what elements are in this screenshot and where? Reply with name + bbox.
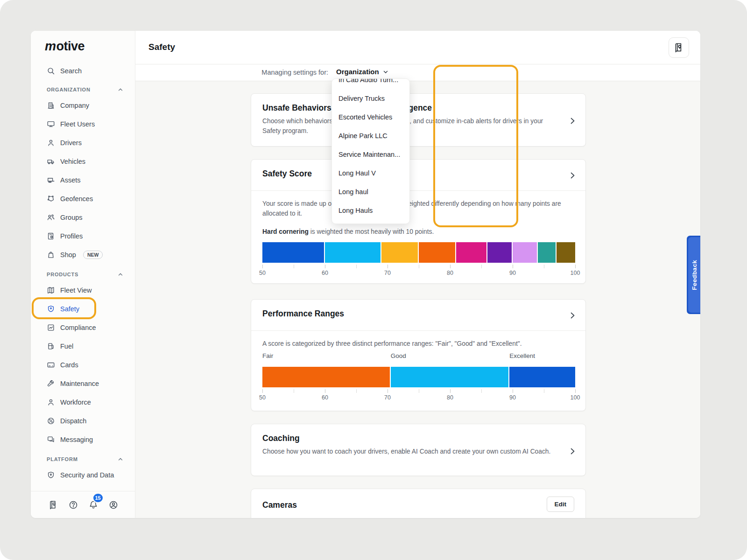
sidebar-item-groups[interactable]: Groups <box>31 208 135 227</box>
scale-segment <box>262 242 325 263</box>
axis-tick <box>544 389 544 393</box>
shield-lock-icon <box>47 471 55 479</box>
shopping-bag-icon <box>47 251 55 259</box>
guide-button[interactable] <box>47 498 60 511</box>
chat-icon <box>47 435 55 444</box>
guide-panel-button[interactable] <box>669 37 689 58</box>
people-icon <box>47 213 55 222</box>
organization-dropdown-trigger[interactable]: Organization <box>336 68 389 76</box>
axis-tick <box>481 389 482 393</box>
axis-tick <box>575 265 576 268</box>
dropdown-item[interactable]: Long haul <box>332 182 409 201</box>
guide-book-pin-icon <box>673 42 684 53</box>
profile-card-icon <box>47 232 55 240</box>
main-area: Safety Managing settings for: Organizati… <box>135 31 700 518</box>
chevron-right-icon[interactable] <box>568 447 577 456</box>
scale-segment <box>509 367 575 387</box>
feedback-tab[interactable]: Feedback <box>687 236 700 314</box>
dispatch-icon <box>47 417 55 425</box>
sidebar-item-shop[interactable]: Shop NEW <box>31 245 135 264</box>
screenshot-frame: mmotiveotive Search ORGANIZATION Company… <box>0 0 747 560</box>
help-button[interactable] <box>67 498 80 511</box>
edit-cameras-button[interactable]: Edit <box>547 497 575 512</box>
coaching-card[interactable]: Coaching Choose how you want to coach yo… <box>251 424 586 476</box>
sidebar-item-fuel[interactable]: Fuel <box>31 337 135 356</box>
safety-score-card[interactable]: Safety Score Your score is made up of un… <box>251 159 586 284</box>
sidebar-item-assets[interactable]: Assets <box>31 171 135 189</box>
scale-segment <box>381 242 419 263</box>
dropdown-item[interactable]: Long Haul V <box>332 164 409 182</box>
dropdown-item[interactable]: Delivery Trucks <box>332 89 409 108</box>
sidebar-section-organization[interactable]: ORGANIZATION <box>31 79 135 96</box>
sidebar-item-vehicles[interactable]: Vehicles <box>31 152 135 171</box>
scale-segment <box>538 242 557 263</box>
sidebar-item-maintenance[interactable]: Maintenance <box>31 374 135 393</box>
sidebar-item-fleet-users[interactable]: Fleet Users <box>31 115 135 133</box>
sidebar-item-cards[interactable]: Cards <box>31 356 135 374</box>
axis-tick <box>388 389 388 393</box>
notifications-button[interactable]: 15 <box>87 498 100 511</box>
axis-tick <box>356 265 357 268</box>
sidebar-item-compliance[interactable]: Compliance <box>31 318 135 337</box>
weight-note: Hard cornering is weighted the most heav… <box>262 228 434 235</box>
axis-tick <box>419 389 419 393</box>
managing-settings-bar: Managing settings for: Organization <box>135 64 700 81</box>
truck-icon <box>47 157 55 166</box>
sidebar-item-messaging[interactable]: Messaging <box>31 430 135 449</box>
sidebar-item-drivers[interactable]: Drivers <box>31 133 135 152</box>
axis-tick <box>481 265 482 268</box>
performance-ranges-card[interactable]: Performance Ranges A score is categorize… <box>251 299 586 411</box>
chevron-right-icon[interactable] <box>568 311 577 320</box>
scale-segment <box>557 242 575 263</box>
sidebar-item-dispatch[interactable]: Dispatch <box>31 412 135 430</box>
sidebar-item-profiles[interactable]: Profiles <box>31 227 135 245</box>
sidebar: mmotiveotive Search ORGANIZATION Company… <box>31 31 135 518</box>
unsafe-behaviors-card[interactable]: Unsafe Behaviors and Accident Intelligen… <box>251 93 586 147</box>
divider <box>251 190 585 191</box>
axis-tick-label: 60 <box>322 394 328 401</box>
chevron-right-icon[interactable] <box>568 116 577 126</box>
motive-logo: mmotiveotive <box>45 39 85 54</box>
chevron-down-icon <box>382 69 389 75</box>
axis-tick-label: 70 <box>384 270 391 276</box>
scale-segment <box>513 242 538 263</box>
dropdown-item[interactable]: Service Maintenan... <box>332 145 409 164</box>
person-icon <box>47 398 55 406</box>
sidebar-section-products[interactable]: PRODUCTS <box>31 264 135 281</box>
account-button[interactable] <box>107 498 120 511</box>
sidebar-item-workforce[interactable]: Workforce <box>31 393 135 412</box>
ranges-description: A score is categorized by three distinct… <box>262 339 571 349</box>
monitor-icon <box>47 120 55 128</box>
sidebar-item-label: Search <box>60 67 82 75</box>
polygon-icon <box>47 195 55 203</box>
settings-content: Unsafe Behaviors and Accident Intelligen… <box>135 81 700 518</box>
notification-count-badge: 15 <box>92 493 104 503</box>
sidebar-item-geofences[interactable]: Geofences <box>31 189 135 208</box>
dropdown-item[interactable]: Long Hauls <box>332 201 409 220</box>
sidebar-item-fleet-view[interactable]: Fleet View <box>31 281 135 300</box>
sidebar-item-search[interactable]: Search <box>31 62 135 80</box>
card-title: Performance Ranges <box>262 309 344 319</box>
axis-tick <box>325 389 325 393</box>
sidebar-item-security-and-data[interactable]: Security and Data <box>31 466 135 484</box>
axis-tick <box>262 389 263 393</box>
dropdown-item[interactable]: In Cab Audio Turn... <box>332 78 409 89</box>
axis-tick-label: 80 <box>447 270 453 276</box>
axis-tick <box>294 265 294 268</box>
scale-segment <box>456 242 487 263</box>
axis-tick-label: 50 <box>259 270 266 276</box>
page-title: Safety <box>148 42 175 52</box>
search-icon <box>47 67 55 75</box>
dropdown-item[interactable]: Alpine Park LLC <box>332 126 409 145</box>
range-label: Fair <box>262 352 273 359</box>
cameras-card[interactable]: Cameras Edit <box>251 489 586 518</box>
card-description: Choose how you want to coach your driver… <box>262 447 552 456</box>
dropdown-item[interactable]: Escorted Vehicles <box>332 108 409 126</box>
sidebar-section-platform[interactable]: PLATFORM <box>31 449 135 466</box>
chevron-up-icon <box>118 272 123 277</box>
sidebar-item-company[interactable]: Company <box>31 96 135 115</box>
account-icon <box>108 500 119 510</box>
axis-tick-label: 50 <box>259 394 266 401</box>
sidebar-item-safety[interactable]: Safety <box>31 300 135 318</box>
chevron-right-icon[interactable] <box>568 171 577 180</box>
